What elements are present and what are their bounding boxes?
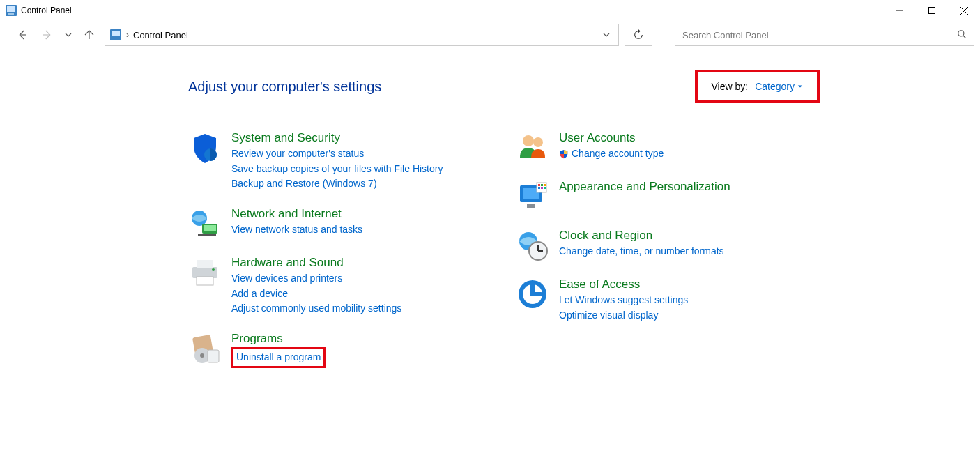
view-by-label: View by: [712,81,749,92]
highlight-uninstall-program: Uninstall a program [231,347,326,368]
category-user-accounts: User Accounts Change account type [516,131,816,165]
category-link-text: Change account type [572,146,664,162]
close-button[interactable] [948,0,980,21]
titlebar: Control Panel [0,0,980,21]
svg-rect-33 [538,184,540,186]
svg-rect-37 [541,187,543,189]
category-link[interactable]: Add a device [231,287,401,302]
category-appearance: Appearance and Personalization [516,180,816,213]
up-button[interactable] [79,25,99,45]
breadcrumb-location[interactable]: Control Panel [133,30,188,40]
back-button[interactable] [13,25,32,45]
svg-point-27 [523,135,534,146]
svg-rect-2 [8,13,14,15]
search-icon [957,29,967,41]
left-column: System and Security Review your computer… [188,131,488,383]
view-by-selector[interactable]: View by: Category [695,70,820,103]
category-link[interactable]: Adjust commonly used mobility settings [231,301,401,316]
chevron-down-icon [797,84,803,89]
svg-rect-11 [112,31,120,36]
refresh-button[interactable] [625,24,652,46]
category-system-security: System and Security Review your computer… [188,131,488,192]
category-title[interactable]: Ease of Access [559,277,688,291]
svg-rect-26 [208,350,219,362]
svg-rect-31 [527,204,535,208]
category-link-uninstall-program[interactable]: Uninstall a program [236,351,321,362]
svg-rect-20 [197,260,213,268]
category-title[interactable]: System and Security [231,131,443,145]
svg-rect-18 [198,234,216,236]
svg-rect-17 [204,225,216,231]
category-programs: Programs Uninstall a program [188,332,488,368]
svg-point-12 [958,30,964,36]
category-network-internet: Network and Internet View network status… [188,207,488,241]
ease-of-access-icon [516,277,549,311]
category-link[interactable]: View network status and tasks [231,222,362,238]
svg-point-28 [533,137,543,147]
page-title: Adjust your computer's settings [188,79,381,95]
titlebar-left: Control Panel [6,5,72,16]
category-link[interactable]: Review your computer's status [231,146,443,162]
svg-rect-35 [544,184,546,186]
right-column: User Accounts Change account type [516,131,816,383]
svg-rect-1 [7,6,15,12]
category-link[interactable]: Optimize visual display [559,308,688,323]
category-link[interactable]: Let Windows suggest settings [559,293,688,308]
category-link[interactable]: Change account type [559,146,664,162]
breadcrumb-separator-icon: › [126,30,129,40]
category-link[interactable]: View devices and printers [231,271,401,287]
address-dropdown-icon[interactable] [599,30,614,40]
category-clock-region: Clock and Region Change date, time, or n… [516,229,816,262]
uac-shield-icon [559,149,569,159]
category-link[interactable]: Backup and Restore (Windows 7) [231,176,443,192]
network-icon [188,207,222,241]
category-title[interactable]: Clock and Region [559,229,724,243]
category-title[interactable]: Network and Internet [231,207,362,221]
svg-rect-36 [538,187,540,189]
navigation-bar: › Control Panel [0,21,980,49]
users-icon [516,131,549,165]
svg-rect-4 [929,8,935,14]
minimize-button[interactable] [884,0,916,21]
clock-icon [516,229,549,262]
svg-line-13 [963,35,966,38]
category-link[interactable]: Save backup copies of your files with Fi… [231,162,443,177]
appearance-icon [516,180,549,213]
view-by-value[interactable]: Category [755,81,803,92]
svg-rect-34 [541,184,543,186]
category-hardware-sound: Hardware and Sound View devices and prin… [188,256,488,316]
programs-icon [188,332,222,365]
window-controls [884,0,980,21]
control-panel-icon [109,29,122,41]
forward-button[interactable] [38,25,57,45]
svg-point-22 [212,268,215,271]
category-title[interactable]: Appearance and Personalization [559,180,730,194]
category-title[interactable]: User Accounts [559,131,664,145]
svg-rect-38 [544,187,546,189]
category-title[interactable]: Hardware and Sound [231,256,401,270]
category-link[interactable]: Change date, time, or number formats [559,244,724,259]
svg-rect-21 [197,277,213,285]
shield-icon [188,131,222,165]
maximize-button[interactable] [916,0,948,21]
printer-icon [188,256,222,289]
address-bar[interactable]: › Control Panel [105,24,619,46]
view-by-value-text: Category [755,81,795,92]
window-title: Control Panel [21,6,72,15]
content-area: Adjust your computer's settings View by:… [0,49,980,383]
recent-locations-dropdown[interactable] [63,31,74,38]
search-input[interactable] [682,30,957,40]
svg-point-25 [200,353,204,358]
control-panel-icon [6,5,17,16]
category-ease-of-access: Ease of Access Let Windows suggest setti… [516,277,816,323]
category-title[interactable]: Programs [231,332,326,346]
search-box[interactable] [675,24,974,46]
